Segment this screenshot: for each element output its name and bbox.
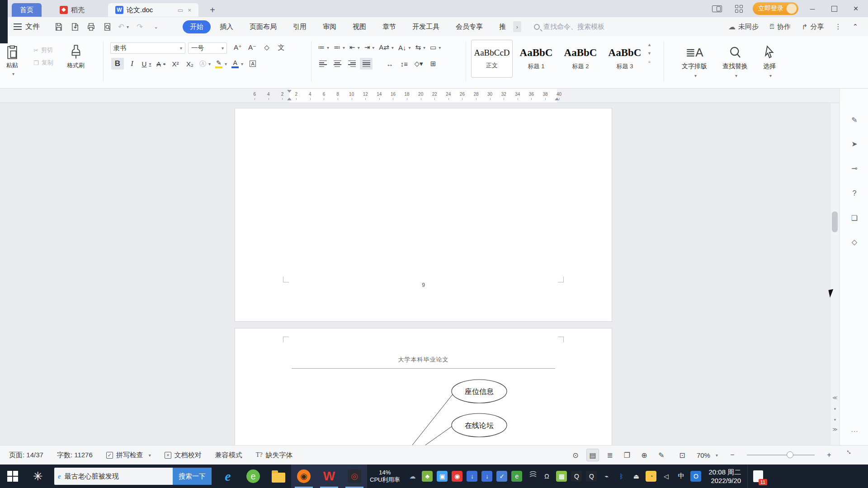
shading-icon[interactable]: ◇▾ (412, 58, 425, 70)
menu-tab[interactable]: 页面布局 (242, 20, 284, 33)
collaborate-button[interactable]: ಔ协作 (769, 23, 791, 31)
compatibility-mode[interactable]: 兼容模式 (215, 451, 242, 460)
outline-view-icon[interactable]: ≣ (604, 449, 616, 461)
ruler-tool-icon[interactable]: ▭ (429, 42, 442, 53)
taskbar-search-box[interactable]: e 最古老心脏被发现 搜索一下 (54, 468, 212, 485)
italic-button[interactable]: I (126, 58, 138, 70)
cut-button[interactable]: ✂剪切 (33, 46, 53, 54)
notification-center-button[interactable]: 11 (747, 465, 768, 488)
fullscreen-icon[interactable]: ↔ (841, 446, 859, 464)
shield-icon[interactable]: ✓ (496, 471, 507, 482)
line-spacing-icon[interactable]: ↕≡ (398, 58, 410, 70)
highlight-color-button[interactable]: ✎ (214, 58, 228, 70)
find-replace-button[interactable]: 查找替换 (722, 40, 748, 78)
blue-box-icon[interactable]: ▣ (437, 471, 448, 482)
read-layout-icon[interactable]: ❐ (621, 449, 633, 461)
taskbar-clock[interactable]: 20:08 周二 2022/9/20 (708, 468, 741, 485)
login-button[interactable]: 立即登录 (753, 2, 798, 15)
tab-document[interactable]: W 论文.doc ▭ × (108, 3, 198, 17)
eye-protect-icon[interactable]: ⊙ (569, 449, 582, 461)
more-options-icon[interactable]: ⋮ (835, 23, 841, 31)
scrollbar-thumb[interactable] (832, 211, 838, 232)
menu-tab[interactable]: 插入 (212, 20, 241, 33)
tab-close-icon[interactable]: × (188, 7, 191, 14)
underline-button[interactable]: U (140, 58, 153, 70)
superscript-button[interactable]: X² (169, 58, 182, 70)
font-size-select[interactable]: 一号▾ (188, 42, 227, 54)
style-card[interactable]: AaBbCcD 正文 (471, 40, 513, 78)
download-icon-1[interactable]: ↓ (467, 471, 477, 482)
font-name-select[interactable]: 隶书▾ (110, 42, 185, 54)
proofread-toggle[interactable]: × 文档校对 (165, 451, 202, 460)
file-menu-button[interactable]: 文件 (14, 22, 40, 32)
align-right-button[interactable] (345, 58, 358, 70)
usb-eject-icon[interactable]: ⏏ (631, 471, 642, 482)
file-explorer-button[interactable] (266, 465, 291, 488)
browser-360-button[interactable]: ✳ (25, 465, 51, 488)
zoom-level[interactable]: 70% (697, 451, 718, 459)
help-icon[interactable]: ? (848, 187, 861, 200)
align-left-button[interactable] (316, 58, 329, 70)
ink-pen-icon[interactable]: ✎ (655, 449, 668, 461)
zoom-slider-knob[interactable] (787, 451, 793, 458)
text-typeset-button[interactable]: ≣A 文字排版 (682, 40, 707, 78)
save-icon[interactable] (52, 21, 64, 33)
outlook-icon[interactable]: O (690, 471, 701, 482)
green-plant-icon[interactable]: ♣ (422, 471, 433, 482)
ime-icon[interactable]: 中 (675, 471, 686, 482)
command-search[interactable]: 查找命令、搜索模板 (534, 23, 604, 31)
more-tools-icon[interactable]: ⋯ (848, 425, 861, 437)
style-card[interactable]: AaBbC 标题 2 (560, 40, 601, 78)
cpu-monitor[interactable]: 14% CPU利用率 (370, 469, 400, 484)
tab-monitor-icon[interactable]: ▭ (178, 7, 183, 14)
red-panda-icon[interactable]: ◉ (452, 471, 462, 482)
undo-icon[interactable]: ↶ (118, 21, 129, 33)
next-page-button[interactable]: ≫ (830, 427, 840, 432)
text-tools-icon[interactable]: A⇄ (377, 42, 395, 53)
shape-tool-icon[interactable]: ◇ (848, 235, 861, 248)
cheetah-browser-button[interactable]: ◉ (291, 465, 316, 488)
search-go-button[interactable]: 搜索一下 (173, 468, 212, 485)
word-count[interactable]: 字数: 11276 (57, 451, 93, 460)
format-painter-button[interactable]: 格式刷 (67, 42, 85, 70)
weather-cloud-icon[interactable]: ☁ (407, 471, 418, 482)
previous-page-button[interactable]: ≪ (830, 395, 840, 401)
lenovo-wheel-icon[interactable]: ◔ (646, 471, 656, 482)
borders-icon[interactable]: ⊞ (427, 58, 439, 70)
green-package-icon[interactable]: ▩ (556, 471, 567, 482)
right-indent-marker[interactable] (555, 98, 559, 100)
power-plug-icon[interactable]: ⌁ (601, 471, 612, 482)
justify-button[interactable] (360, 58, 373, 70)
style-scroll-up-icon[interactable]: ▲ (647, 42, 651, 47)
bell-icon[interactable]: Ω (541, 471, 552, 482)
decrease-indent-icon[interactable]: ⇤ (348, 42, 361, 53)
sort-icon[interactable]: A↓ (397, 42, 412, 53)
menu-tab[interactable]: 开始 (183, 20, 211, 33)
fit-page-icon[interactable]: ⊡ (676, 449, 689, 461)
minimize-button[interactable]: ─ (805, 2, 820, 15)
menu-overflow-button[interactable]: › (513, 21, 521, 32)
speaker-icon[interactable]: ◁ (660, 471, 671, 482)
page-view-icon[interactable]: ▤ (586, 449, 599, 461)
close-button[interactable]: × (848, 2, 863, 15)
menu-tab[interactable]: 视图 (345, 20, 373, 33)
document-canvas[interactable]: 9 大学本科毕业论文 座位信息 在线论坛 (0, 103, 830, 445)
align-center-button[interactable] (331, 58, 344, 70)
paste-button[interactable]: 粘贴 (5, 42, 19, 76)
export-pdf-icon[interactable] (69, 21, 80, 33)
wifi-icon[interactable]: ((( (526, 471, 537, 482)
character-border-button[interactable]: A (246, 58, 259, 70)
missing-font-warning[interactable]: T? 缺失字体 (256, 451, 293, 460)
collapse-ribbon-icon[interactable]: ⌃ (852, 23, 858, 31)
menu-tab[interactable]: 审阅 (316, 20, 344, 33)
copy-button[interactable]: ❐复制 (33, 59, 53, 67)
qq-penguin-icon-2[interactable]: Q (586, 471, 597, 482)
bold-button[interactable]: B (111, 58, 124, 70)
font-color-button[interactable]: A (230, 58, 245, 70)
text-direction-icon[interactable]: ⇆ (414, 42, 427, 53)
document-page-14[interactable]: 大学本科毕业论文 座位信息 在线论坛 (235, 328, 612, 445)
document-page-13[interactable]: 9 (235, 108, 612, 321)
connector-tool-icon[interactable]: ⊸ (848, 162, 861, 174)
tab-home[interactable]: 首页 (12, 3, 42, 17)
new-tab-button[interactable]: + (207, 4, 218, 16)
